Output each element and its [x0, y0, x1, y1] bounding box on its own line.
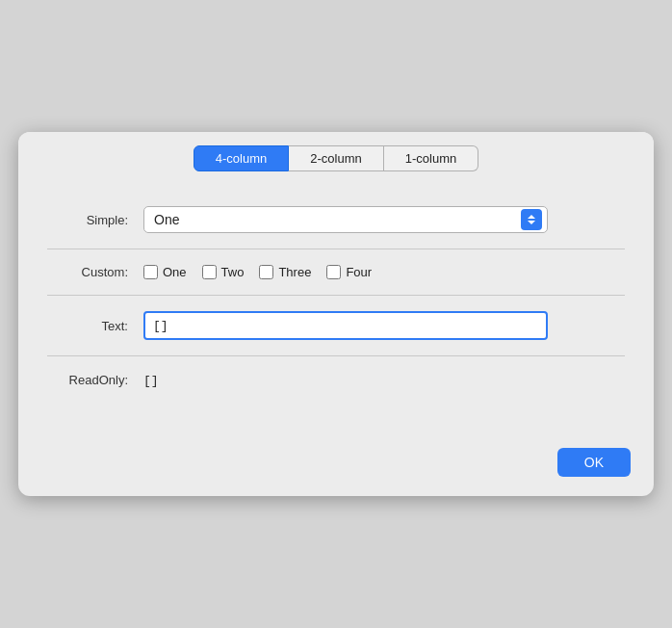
tab-4-column[interactable]: 4-column — [194, 145, 289, 171]
checkbox-four[interactable] — [326, 265, 341, 279]
checkbox-one-label[interactable]: One — [163, 265, 187, 279]
readonly-value: [] — [143, 374, 159, 388]
custom-row: Custom: One Two Three — [47, 249, 625, 296]
checkbox-group: One Two Three Four — [143, 265, 625, 279]
tab-bar: 4-column 2-column 1-column — [18, 132, 654, 171]
simple-select[interactable]: One Two Three Four — [143, 206, 548, 233]
checkbox-two[interactable] — [202, 265, 217, 279]
text-row: Text: — [47, 296, 625, 356]
checkbox-three-label[interactable]: Three — [278, 265, 311, 279]
checkbox-item-three: Three — [259, 265, 311, 279]
tab-1-column[interactable]: 1-column — [384, 145, 478, 171]
simple-control: One Two Three Four — [143, 206, 625, 233]
checkbox-item-two: Two — [202, 265, 245, 279]
text-control — [143, 311, 625, 340]
text-input[interactable] — [143, 311, 548, 340]
checkbox-item-one: One — [143, 265, 187, 279]
readonly-label: ReadOnly: — [47, 373, 143, 387]
checkbox-two-label[interactable]: Two — [221, 265, 245, 279]
checkbox-four-label[interactable]: Four — [346, 265, 372, 279]
readonly-row: ReadOnly: [] — [47, 356, 625, 404]
main-window: 4-column 2-column 1-column Simple: One T… — [18, 132, 654, 496]
simple-label: Simple: — [47, 213, 143, 227]
checkbox-item-four: Four — [326, 265, 372, 279]
checkbox-one[interactable] — [143, 265, 158, 279]
readonly-control: [] — [143, 372, 625, 388]
checkbox-three[interactable] — [259, 265, 273, 279]
form-content: Simple: One Two Three Four Custom: — [18, 171, 654, 432]
simple-row: Simple: One Two Three Four — [47, 191, 625, 249]
footer: OK — [18, 432, 654, 496]
text-label: Text: — [47, 319, 143, 333]
ok-button[interactable]: OK — [557, 448, 631, 477]
simple-select-wrapper: One Two Three Four — [143, 206, 548, 233]
custom-control: One Two Three Four — [143, 265, 625, 279]
custom-label: Custom: — [47, 265, 143, 279]
tab-2-column[interactable]: 2-column — [289, 145, 383, 171]
